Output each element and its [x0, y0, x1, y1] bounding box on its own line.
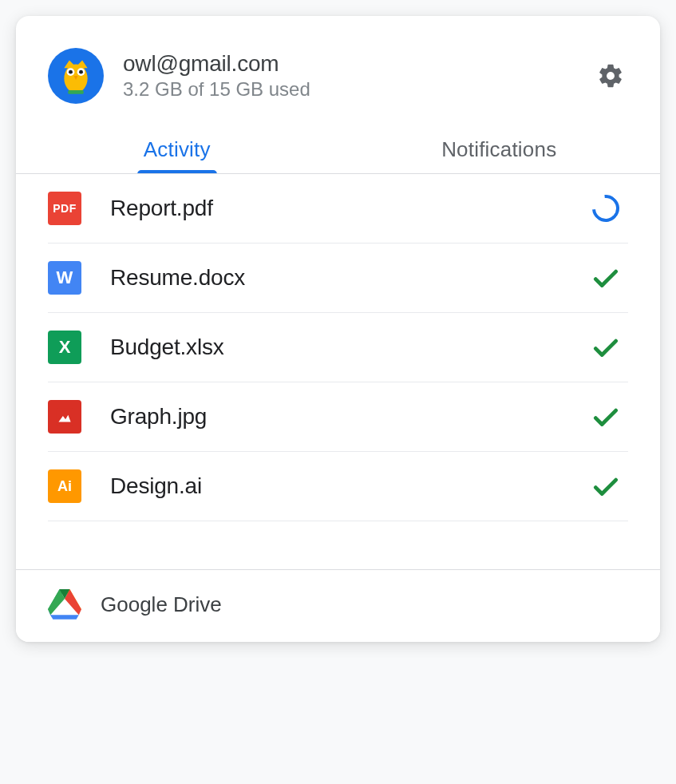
done-status — [590, 331, 622, 363]
settings-button[interactable] — [593, 58, 628, 93]
check-icon — [591, 332, 621, 362]
file-name: Report.pdf — [110, 196, 590, 221]
excel-icon: X — [48, 331, 81, 364]
tab-notifications[interactable]: Notifications — [338, 126, 661, 173]
svg-point-3 — [69, 70, 73, 74]
pdf-icon: PDF — [48, 192, 81, 225]
avatar[interactable] — [48, 48, 104, 104]
account-header: owl@gmail.com 3.2 GB of 15 GB used — [16, 16, 660, 126]
mountain-icon — [54, 406, 75, 427]
done-status — [590, 262, 622, 294]
spinner-icon — [587, 189, 625, 228]
storage-usage: 3.2 GB of 15 GB used — [123, 78, 593, 101]
google-drive-icon — [48, 589, 81, 620]
tab-activity[interactable]: Activity — [16, 126, 338, 173]
check-icon — [591, 471, 621, 501]
owl-avatar-icon — [55, 55, 97, 97]
footer[interactable]: Google Drive — [16, 569, 660, 642]
check-icon — [591, 402, 621, 432]
account-email: owl@gmail.com — [123, 51, 593, 77]
account-info: owl@gmail.com 3.2 GB of 15 GB used — [123, 51, 593, 101]
file-row[interactable]: W Resume.docx — [48, 244, 628, 313]
gear-icon — [597, 62, 624, 89]
tab-label: Notifications — [441, 137, 556, 162]
image-icon — [48, 400, 81, 434]
file-name: Design.ai — [110, 473, 590, 499]
tabs: Activity Notifications — [16, 126, 660, 174]
svg-rect-6 — [56, 408, 73, 426]
file-name: Graph.jpg — [110, 404, 590, 430]
file-list: PDF Report.pdf W Resume.docx X Budget.xl… — [16, 174, 660, 569]
word-icon: W — [48, 261, 81, 295]
drive-panel: owl@gmail.com 3.2 GB of 15 GB used Activ… — [16, 16, 660, 642]
illustrator-icon: Ai — [48, 469, 81, 503]
uploading-status — [590, 192, 622, 224]
done-status — [590, 401, 622, 433]
tab-label: Activity — [144, 137, 211, 162]
file-row[interactable]: Graph.jpg — [48, 382, 628, 452]
footer-label: Google Drive — [101, 592, 222, 617]
file-name: Budget.xlsx — [110, 335, 590, 360]
svg-point-4 — [79, 70, 83, 74]
check-icon — [591, 263, 621, 293]
file-row[interactable]: X Budget.xlsx — [48, 313, 628, 382]
file-name: Resume.docx — [110, 265, 590, 291]
svg-rect-5 — [68, 90, 84, 94]
done-status — [590, 470, 622, 502]
file-row[interactable]: PDF Report.pdf — [48, 174, 628, 244]
file-row[interactable]: Ai Design.ai — [48, 452, 628, 521]
